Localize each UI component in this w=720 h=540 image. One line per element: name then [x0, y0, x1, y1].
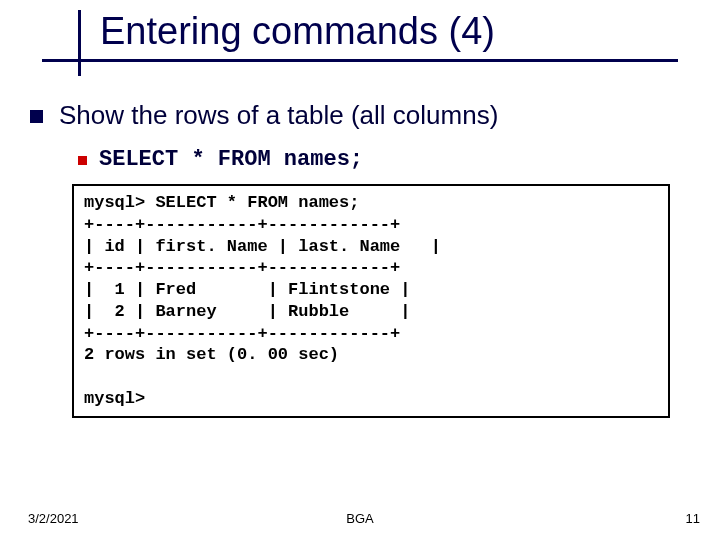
title-accent-vertical	[78, 10, 81, 76]
footer-page-number: 11	[686, 511, 700, 526]
code-line: mysql> SELECT * FROM names;	[84, 193, 359, 212]
code-output-box: mysql> SELECT * FROM names; +----+------…	[72, 184, 670, 418]
square-bullet-small-icon	[78, 156, 87, 165]
slide-body: Show the rows of a table (all columns) S…	[30, 100, 690, 418]
code-line: mysql>	[84, 389, 145, 408]
bullet-level2-text: SELECT * FROM names;	[99, 147, 363, 172]
code-line: +----+-----------+------------+	[84, 215, 400, 234]
title-block: Entering commands (4)	[0, 10, 720, 62]
slide-title: Entering commands (4)	[0, 10, 720, 53]
code-line: +----+-----------+------------+	[84, 258, 400, 277]
code-line: 2 rows in set (0. 00 sec)	[84, 345, 339, 364]
bullet-level1: Show the rows of a table (all columns)	[30, 100, 690, 131]
square-bullet-icon	[30, 110, 43, 123]
code-output: mysql> SELECT * FROM names; +----+------…	[84, 192, 658, 410]
code-line: | id | first. Name | last. Name |	[84, 237, 441, 256]
bullet-level1-text: Show the rows of a table (all columns)	[59, 100, 498, 131]
title-accent-horizontal	[42, 59, 678, 62]
footer-center: BGA	[0, 511, 720, 526]
code-line: | 2 | Barney | Rubble |	[84, 302, 410, 321]
code-line: +----+-----------+------------+	[84, 324, 400, 343]
bullet-level2: SELECT * FROM names;	[78, 147, 690, 172]
code-line: | 1 | Fred | Flintstone |	[84, 280, 410, 299]
